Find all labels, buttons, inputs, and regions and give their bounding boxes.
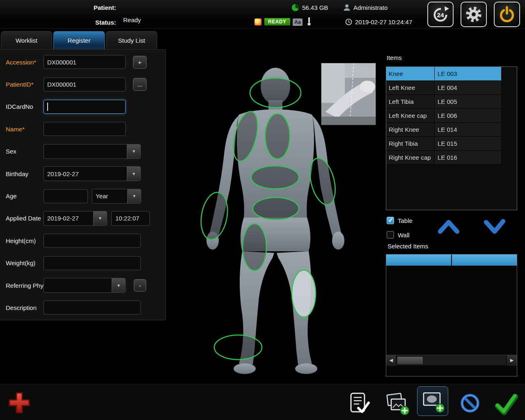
emergency-patient-button[interactable] (7, 391, 31, 416)
disk-pie-icon (291, 4, 299, 11)
bottom-bar (0, 384, 525, 420)
weight-label: Weight(kg) (0, 259, 44, 266)
item-code: LE 014 (435, 123, 502, 137)
disk-space-indicator: 56.43 GB (291, 4, 328, 11)
add-images-button[interactable] (385, 391, 410, 417)
patient-form: Accession* + PatientID* ... IDCardNo Nam… (0, 49, 166, 320)
app-window: Patient: 56.43 GB Administrato Status: R… (0, 0, 525, 420)
table-receptor-option[interactable]: Table (387, 217, 413, 224)
sex-row: Sex ▼ (0, 140, 165, 163)
status-label: Status: (95, 19, 116, 26)
weight-row: Weight(kg) (0, 252, 165, 274)
add-image-button-active[interactable] (417, 386, 448, 416)
current-user: Administrato (343, 4, 387, 11)
item-row[interactable]: Left Knee cap LE 006 (386, 109, 517, 123)
confirm-button[interactable] (493, 391, 518, 417)
referring-physician-select[interactable]: ▼ (44, 278, 126, 293)
patient-id-input[interactable] (44, 78, 126, 92)
region-head[interactable] (250, 78, 301, 108)
move-up-button[interactable] (436, 217, 461, 236)
item-name: Left Tibia (386, 95, 435, 109)
clock-icon (345, 18, 352, 25)
table-checkbox[interactable] (387, 217, 394, 224)
patient-label: Patient: (94, 4, 116, 11)
document-check-icon (347, 391, 371, 415)
item-row[interactable]: Knee LE 003 (386, 67, 517, 81)
item-code: LE 015 (435, 137, 502, 151)
item-row[interactable]: Left Tibia LE 005 (386, 95, 517, 109)
id-card-input[interactable] (44, 100, 126, 114)
accession-add-button[interactable]: + (133, 56, 147, 69)
items-list: Knee LE 003 Left Knee LE 004 Left Tibia … (386, 67, 517, 210)
age-input[interactable] (44, 189, 88, 203)
referring-physician-row: Referring Phys ▼ - (0, 274, 165, 296)
main-tabs: Worklist Register Study List (1, 31, 157, 49)
selected-items-table: ◀ ▶ (386, 254, 517, 376)
svg-text:24: 24 (437, 11, 444, 18)
gear-icon (465, 5, 483, 23)
tab-worklist[interactable]: Worklist (1, 31, 52, 49)
scroll-left-button[interactable]: ◀ (386, 355, 397, 366)
accession-row: Accession* + (0, 51, 165, 73)
patient-id-browse-button[interactable]: ... (133, 78, 147, 91)
patient-id-label: PatientID* (0, 81, 44, 88)
scroll-right-button[interactable]: ▶ (507, 355, 517, 366)
settings-button[interactable] (461, 2, 487, 27)
cancel-button[interactable] (459, 392, 481, 416)
wall-receptor-option[interactable]: Wall (387, 231, 410, 239)
item-code: LE 005 (435, 95, 502, 109)
disk-space-value: 56.43 GB (302, 4, 328, 11)
red-cross-icon (7, 391, 31, 415)
weight-input[interactable] (44, 256, 141, 270)
region-abdomen[interactable] (251, 166, 299, 189)
referring-physician-label: Referring Phys (0, 282, 44, 289)
applied-date-select[interactable]: 2019-02-27 ▼ (44, 211, 107, 226)
region-knee-selected[interactable] (292, 270, 316, 317)
applied-time-field[interactable]: 10:22:07 (111, 211, 150, 226)
name-input[interactable] (44, 122, 126, 136)
item-row[interactable]: Left Knee LE 004 (386, 81, 517, 95)
description-label: Description (0, 304, 44, 311)
age-row: Age Year ▼ (0, 185, 165, 207)
applied-date-value: 2019-02-27 (44, 215, 93, 222)
age-unit-select[interactable]: Year ▼ (92, 189, 141, 204)
region-thigh[interactable] (243, 224, 266, 271)
tab-register[interactable]: Register (53, 31, 105, 49)
item-row[interactable]: Right Knee LE 014 (386, 123, 517, 137)
ready-badge: READY (264, 18, 290, 25)
selected-items-header (386, 255, 517, 266)
item-name: Right Knee cap (386, 151, 435, 165)
register-study-button[interactable] (347, 391, 371, 417)
chevron-down-icon: ▼ (127, 145, 140, 158)
tab-study-list[interactable]: Study List (106, 31, 157, 49)
items-panel: Items Knee LE 003 Left Knee LE 004 Left … (383, 50, 520, 379)
description-input[interactable] (44, 301, 141, 314)
region-pelvis[interactable] (253, 197, 299, 220)
selected-items-header-col1 (386, 255, 451, 266)
accession-label: Accession* (0, 59, 44, 66)
scrollbar-thumb[interactable] (397, 357, 423, 364)
item-row[interactable]: Right Tibia LE 015 (386, 137, 517, 151)
accession-input[interactable] (44, 55, 126, 69)
sex-select[interactable]: ▼ (44, 144, 141, 159)
scrollbar-track[interactable] (397, 355, 507, 365)
referring-physician-remove-button[interactable]: - (134, 279, 146, 291)
move-down-button[interactable] (482, 217, 507, 236)
birthday-row: Birthday 2019-02-27 ▼ (0, 163, 165, 185)
items-title: Items (387, 54, 402, 61)
item-row[interactable]: Right Knee cap LE 016 (386, 151, 517, 165)
region-foot[interactable] (214, 335, 262, 360)
power-button[interactable] (494, 2, 520, 27)
wall-checkbox[interactable] (387, 231, 394, 239)
item-code: LE 016 (435, 151, 502, 165)
id-card-label: IDCardNo (0, 103, 44, 110)
power-icon (498, 5, 516, 23)
height-input[interactable] (44, 234, 141, 248)
thermometer-icon (307, 17, 312, 26)
item-code: LE 004 (435, 81, 502, 95)
birthday-select[interactable]: 2019-02-27 ▼ (44, 166, 141, 181)
rotate-24h-button[interactable]: 24 (427, 2, 454, 27)
item-name: Right Knee (386, 123, 435, 137)
selected-items-body (386, 266, 517, 355)
region-chest[interactable] (265, 114, 290, 159)
